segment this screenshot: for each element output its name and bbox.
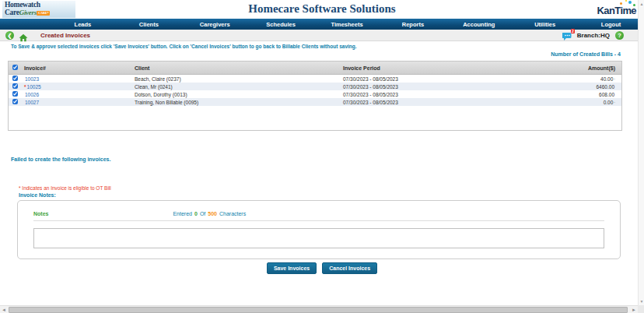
horizontal-scrollbar-thumb[interactable] xyxy=(9,307,628,313)
nav-logout[interactable]: Logout xyxy=(578,21,644,28)
amount-value: 40.00 xyxy=(600,76,613,82)
nav-utilities[interactable]: Utilities xyxy=(512,21,578,28)
notes-label: Notes xyxy=(33,211,48,216)
created-bills-count: Number of Created Bills - 4 xyxy=(551,51,621,57)
amount-value: 6460.00 xyxy=(597,84,615,90)
row-check-cell xyxy=(9,99,24,105)
row-check-cell xyxy=(9,83,24,90)
kantime-text: KanTime xyxy=(597,5,636,16)
ot-marker: * xyxy=(24,84,26,90)
nav-clients[interactable]: Clients xyxy=(116,21,182,28)
help-button[interactable]: ? xyxy=(615,31,624,40)
amount-cell: 6460.00 xyxy=(528,84,621,90)
table-row: 10023 Beach, Claire (0237) 07/30/2023 - … xyxy=(9,75,621,83)
branch-label: Branch:HQ xyxy=(577,32,610,39)
col-client-header: Client xyxy=(135,65,343,71)
characters-label: Characters xyxy=(219,211,246,216)
kantime-dot-yellow xyxy=(625,0,627,2)
notes-input[interactable] xyxy=(33,228,604,248)
chat-badge: 2 xyxy=(571,29,575,33)
table-row: *10025 Clean, Mr (0241) 07/30/2023 - 08/… xyxy=(9,83,621,90)
help-icon: ? xyxy=(618,32,621,39)
col-amount-header: Amount($) xyxy=(528,65,621,71)
table-header-row: Invoice# Client Invoice Period Amount($) xyxy=(9,62,621,75)
app-title: Homecare Software Solutions xyxy=(0,2,644,16)
row-check-cell xyxy=(9,76,24,82)
chat-button[interactable]: 2 xyxy=(562,30,575,40)
invoice-link[interactable]: 10027 xyxy=(25,100,39,105)
action-buttons: Save Invoices Cancel Invoices xyxy=(0,262,644,274)
amount-flag: - xyxy=(614,76,615,81)
scroll-up-arrow-icon[interactable]: ▲ xyxy=(639,1,644,7)
ot-bill-note: * Indicates an Invoice is eligible to OT… xyxy=(19,185,111,191)
nav-leads[interactable]: Leads xyxy=(50,21,116,28)
invoice-notes-panel: Notes Entered 0 Of 500 Characters xyxy=(17,200,621,259)
client-cell: Dotson, Dorothy (0013) xyxy=(135,92,343,97)
character-counter: Entered 0 Of 500 Characters xyxy=(173,211,246,216)
nav-reports[interactable]: Reports xyxy=(380,21,446,28)
amount-value: 0.00 xyxy=(604,100,614,105)
cancel-invoices-button[interactable]: Cancel Invoices xyxy=(322,262,377,274)
page-title: Created Invoices xyxy=(40,32,90,39)
row-checkbox[interactable] xyxy=(12,91,18,97)
horizontal-scrollbar[interactable]: ◄ ► xyxy=(0,305,638,313)
amount-value: 608.00 xyxy=(599,92,614,97)
page-toolbar: ❮ Created Invoices 2 Branch:HQ ? xyxy=(0,30,644,41)
notes-header: Notes Entered 0 Of 500 Characters xyxy=(33,211,604,221)
top-header: Homewatch CareGiversCARE* Homecare Softw… xyxy=(0,0,644,19)
period-cell: 07/30/2023 - 08/05/2023 xyxy=(343,76,528,82)
invoice-cell: 10023 xyxy=(24,76,135,82)
created-invoices-table: Invoice# Client Invoice Period Amount($)… xyxy=(8,61,622,131)
kantime-dot-orange xyxy=(620,2,622,5)
home-icon xyxy=(19,33,28,42)
client-cell: Beach, Claire (0237) xyxy=(135,76,343,82)
back-button[interactable]: ❮ xyxy=(5,31,14,40)
entered-count: 0 xyxy=(194,211,198,216)
client-cell: Clean, Mr (0241) xyxy=(135,84,343,90)
scroll-down-arrow-icon[interactable]: ▼ xyxy=(639,298,644,304)
save-invoices-button[interactable]: Save Invoices xyxy=(267,262,317,274)
invoice-link[interactable]: 10025 xyxy=(27,84,41,90)
kantime-logo: KanTime xyxy=(597,5,636,16)
invoice-cell: 10026 xyxy=(24,92,135,97)
kantime-dot-green xyxy=(633,4,635,6)
col-invoice-header: Invoice# xyxy=(24,65,135,71)
kantime-dot-blue xyxy=(628,1,632,4)
scroll-right-arrow-icon[interactable]: ► xyxy=(630,306,638,313)
row-checkbox[interactable] xyxy=(12,83,18,89)
main-navbar: Leads Clients Caregivers Schedules Times… xyxy=(0,19,644,30)
home-button[interactable] xyxy=(19,31,28,40)
period-cell: 07/30/2023 - 08/05/2023 xyxy=(343,84,528,90)
scroll-left-arrow-icon[interactable]: ◄ xyxy=(0,306,8,313)
row-check-cell xyxy=(9,91,24,97)
failed-invoices-text: Failed to create the following invoices. xyxy=(11,156,110,162)
vertical-scrollbar[interactable]: ▲ ▼ xyxy=(638,0,644,313)
client-cell: Training, Non Billable (0095) xyxy=(135,100,343,105)
amount-flag: - xyxy=(614,100,615,104)
select-all-checkbox[interactable] xyxy=(12,65,18,70)
invoice-link[interactable]: 10026 xyxy=(25,92,39,97)
row-checkbox[interactable] xyxy=(12,99,18,104)
nav-schedules[interactable]: Schedules xyxy=(248,21,314,28)
header-check-cell xyxy=(9,65,24,71)
instructions-text: To Save & approve selected invoices clic… xyxy=(11,44,357,49)
table-row: 10027 Training, Non Billable (0095) 07/3… xyxy=(9,98,621,106)
invoice-cell: *10025 xyxy=(24,84,135,90)
entered-label: Entered xyxy=(173,211,192,216)
scrollbar-corner xyxy=(638,305,644,313)
row-checkbox[interactable] xyxy=(12,76,18,81)
back-icon: ❮ xyxy=(8,33,12,38)
period-cell: 07/30/2023 - 08/05/2023 xyxy=(343,92,528,97)
of-label: Of xyxy=(200,211,205,216)
invoice-link[interactable]: 10023 xyxy=(25,76,39,82)
period-cell: 07/30/2023 - 08/05/2023 xyxy=(343,100,528,105)
nav-timesheets[interactable]: Timesheets xyxy=(314,21,380,28)
col-period-header: Invoice Period xyxy=(343,65,528,71)
nav-caregivers[interactable]: Caregivers xyxy=(182,21,248,28)
toolbar-right: 2 Branch:HQ ? xyxy=(562,30,624,40)
invoice-notes-label: Invoice Notes: xyxy=(19,192,56,198)
nav-accounting[interactable]: Accounting xyxy=(446,21,512,28)
max-characters: 500 xyxy=(208,211,217,216)
table-row: 10026 Dotson, Dorothy (0013) 07/30/2023 … xyxy=(9,90,621,98)
amount-cell: 0.00- xyxy=(528,100,621,105)
